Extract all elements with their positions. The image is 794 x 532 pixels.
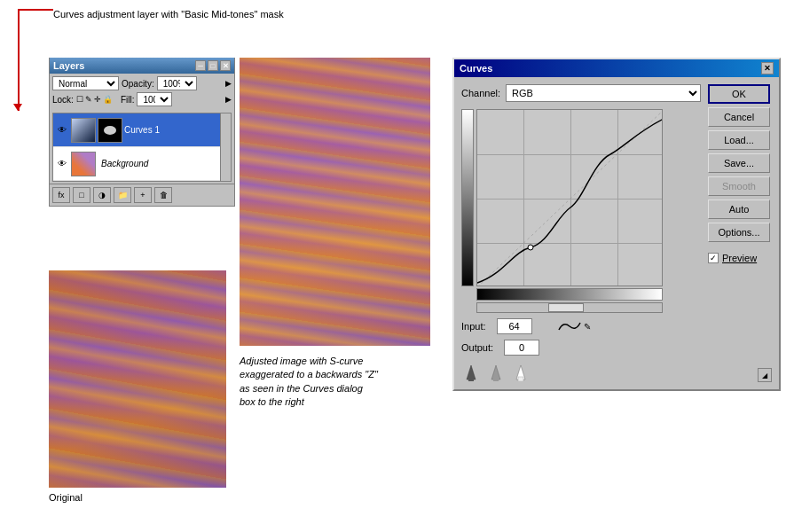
opacity-select[interactable]: 100% [157,76,197,90]
layer-visibility-icon[interactable]: 👁 [55,123,69,137]
curves-titlebar: Curves ✕ [454,59,779,77]
layers-title: Layers [53,60,84,71]
channel-label: Channel: [461,88,500,98]
layer-fx-icon[interactable]: fx [52,187,70,203]
curves-body: Channel: RGB Red Green Blue [454,77,779,389]
fill-arrow-icon: ▶ [225,95,232,104]
layer-thumbnail [71,152,96,176]
lock-all-icon[interactable]: 🔒 [103,95,113,104]
eyedropper-black-svg [463,364,479,381]
layers-scrollbar[interactable] [220,113,231,181]
layer-visibility-icon[interactable]: 👁 [55,157,69,171]
blend-mode-select[interactable]: Normal [52,76,119,90]
layer-delete-icon[interactable]: 🗑 [154,187,172,203]
layers-titlebar: Layers ─ □ ✕ [50,58,234,74]
save-button[interactable]: Save... [708,153,770,173]
adjusted-caption: Adjusted image with S-curveexaggerated t… [240,355,426,410]
opacity-label: Opacity: [122,79,154,89]
adjusted-image [240,58,430,346]
black-point-eyedropper-icon[interactable] [461,363,481,382]
original-caption-text: Original [49,492,83,503]
layers-minimize-button[interactable]: ─ [195,60,206,71]
lock-paint-icon[interactable]: ✎ [85,95,92,104]
lock-row: Lock: ☐ ✎ ✛ 🔒 Fill: 100% ▶ [52,92,232,106]
eyedropper-row [461,363,701,382]
bg-thumb [72,153,95,176]
annotation-text: Curves adjustment layer with "Basic Mid-… [53,9,284,20]
original-caption: Original [49,492,83,503]
curves-graph-area [461,109,701,286]
options-button[interactable]: Options... [708,223,770,242]
svg-point-1 [528,245,533,250]
input-field[interactable] [497,318,532,334]
panel-menu-icon[interactable]: ▶ [225,79,232,88]
layers-maximize-button[interactable]: □ [208,60,218,71]
curves-graph[interactable] [476,109,663,286]
layer-name: Background [101,159,148,168]
white-point-eyedropper-icon[interactable] [511,363,531,382]
adjusted-image-panel [240,58,430,346]
layer-thumbnail [71,118,96,143]
eyedropper-gray-svg [488,364,504,381]
layer-mask-thumbnail [98,118,122,143]
preview-area: ✓ Preview [708,249,772,263]
layer-item[interactable]: 👁 Background 🔒 [53,147,231,181]
output-row: Output: [461,340,701,356]
curves-thumb [72,119,95,142]
output-label: Output: [461,342,493,353]
svg-rect-7 [518,377,523,381]
layer-new-icon[interactable]: + [134,187,152,203]
preview-checkbox[interactable]: ✓ [708,253,719,263]
curves-svg [477,110,663,286]
input-label: Input: [461,321,486,332]
pencil-icon[interactable]: ✎ [584,322,591,332]
layers-titlebar-buttons: ─ □ ✕ [195,60,231,71]
lock-transparency-icon[interactable]: ☐ [76,95,83,104]
original-image [49,270,226,488]
lock-icons: ☐ ✎ ✛ 🔒 [76,95,113,104]
svg-rect-5 [493,377,499,381]
original-image-panel [49,270,226,488]
layers-list: 👁 Curves 1 👁 Background 🔒 [52,113,232,182]
annotation-arrow [18,9,20,111]
auto-button[interactable]: Auto [708,200,770,219]
preview-label: Preview [722,253,757,263]
annotation-area: Curves adjustment layer with "Basic Mid-… [9,9,364,20]
curves-title: Curves [460,63,492,74]
gray-point-eyedropper-icon[interactable] [486,363,506,382]
curves-y-gradient [461,109,474,286]
layer-mask-icon[interactable]: □ [73,187,90,203]
layers-bottom-bar: fx □ ◑ 📁 + 🗑 [50,184,234,206]
svg-rect-3 [468,377,474,381]
fill-select[interactable]: 100% [137,92,172,106]
cancel-button[interactable]: Cancel [708,107,770,127]
curves-close-button[interactable]: ✕ [761,62,774,74]
layer-name: Curves 1 [124,125,160,135]
layers-close-button[interactable]: ✕ [220,60,231,71]
smooth-curve-icon: ✎ [557,319,591,333]
smooth-wave-svg [557,319,582,333]
preview-row: ✓ Preview [708,253,772,263]
layer-adjustment-icon[interactable]: ◑ [93,187,111,203]
adjusted-caption-text: Adjusted image with S-curveexaggerated t… [240,356,378,407]
load-button[interactable]: Load... [708,130,770,150]
lock-position-icon[interactable]: ✛ [94,95,101,104]
smooth-button[interactable]: Smooth [708,176,770,196]
curves-scroll-thumb[interactable] [548,303,584,312]
channel-row: Channel: RGB Red Green Blue [461,84,701,102]
curves-buttons: OK Cancel Load... Save... Smooth Auto Op… [708,84,772,382]
channel-select[interactable]: RGB Red Green Blue [506,84,701,102]
layer-item[interactable]: 👁 Curves 1 [53,113,231,147]
curves-dialog: Curves ✕ Channel: RGB Red Green Blue [452,58,781,391]
layer-folder-icon[interactable]: 📁 [114,187,131,203]
ok-button[interactable]: OK [708,84,770,104]
fill-label: Fill: [121,95,135,105]
resize-corner-icon[interactable]: ◢ [758,368,772,382]
curves-scroll-h[interactable] [476,302,663,313]
blend-mode-row: Normal Opacity: 100% ▶ [52,76,232,90]
output-field[interactable] [504,340,539,356]
lock-label: Lock: [52,95,74,105]
eyedropper-white-svg [513,364,529,381]
mask-thumb-canvas [98,119,122,142]
layers-panel: Layers ─ □ ✕ Normal Opacity: 100% ▶ Lock… [49,58,235,207]
